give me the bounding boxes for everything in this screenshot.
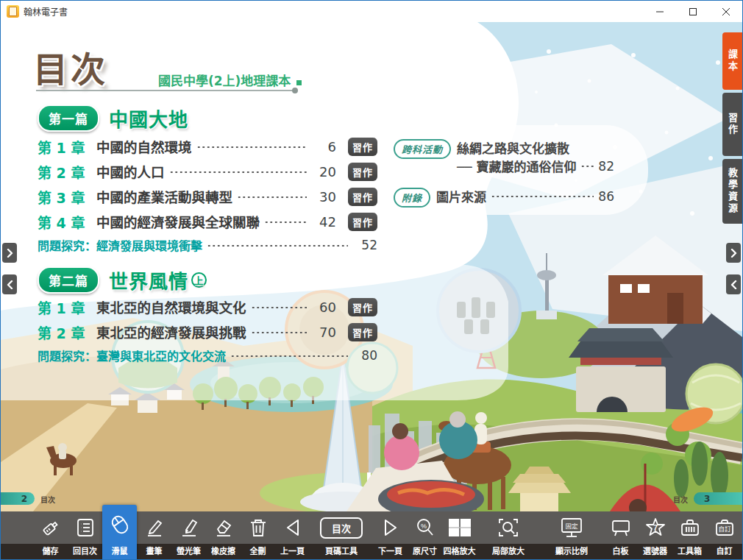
chapter-page: 42 [311,214,336,230]
partial-zoom-button[interactable]: 局部放大 [477,511,540,559]
right-panel-close-button[interactable] [726,274,741,294]
section-1-badge: 第一篇 [38,104,99,132]
chapter-label: 第 3 章 [38,187,96,207]
toc-row[interactable]: 第 2 章 東北亞的經濟發展與挑戰 70 習作 [38,319,377,344]
tab-workbook[interactable]: 習作 [722,93,742,156]
number-picker-button[interactable]: 7 選號器 [638,511,672,559]
dot-leader [196,146,307,149]
custom-box-icon: 自訂 [714,517,736,538]
close-button[interactable] [709,1,742,22]
monitor-fixed-icon: 固定 [559,517,584,539]
toc-row[interactable]: 第 2 章 中國的人口 20 習作 [38,159,377,184]
extras-column: 跨科活動 絲綢之路與文化擴散 ── 寶藏巖的通俗信仰 82 附錄 圖片來源 [394,138,614,219]
mouse-tool-button[interactable]: 滑鼠 [102,505,137,559]
appendix-entry[interactable]: 附錄 圖片來源 86 [394,187,614,208]
explore-title: 經濟發展與環境衝擊 [96,236,202,254]
chapter-title: 中國的自然環境 [96,137,192,156]
four-grid-icon [447,517,472,538]
previous-triangle-icon [283,517,302,538]
dot-leader [264,221,307,224]
toolbox-button[interactable]: 工具箱 [672,511,707,559]
page-number-box: 目次 [320,517,363,539]
display-ratio-button[interactable]: 固定 顯示比例 [540,511,603,559]
workbook-badge[interactable]: 習作 [348,188,377,206]
original-size-button[interactable]: % 原尺寸 [408,511,442,559]
explore-row[interactable]: 問題探究： 經濟發展與環境衝擊 52 [38,234,377,256]
toc-list-icon [75,517,96,538]
explore-label: 問題探究： [38,347,96,364]
toc-row[interactable]: 第 3 章 中國的產業活動與轉型 30 習作 [38,184,377,209]
cross-subject-title: 絲綢之路與文化擴散 [457,141,569,156]
left-page-label: 目次 [40,494,55,505]
chapter-title: 東北亞的自然環境與文化 [96,297,246,316]
right-panel-open-button[interactable] [726,243,741,263]
usb-save-icon [40,517,62,539]
toc-row[interactable]: 第 1 章 中國的自然環境 6 習作 [38,134,377,159]
workbook-badge[interactable]: 習作 [348,138,377,156]
appendix-badge: 附錄 [394,188,430,208]
four-grid-zoom-button[interactable]: 四格放大 [442,511,477,559]
svg-text:%: % [420,522,426,530]
minimize-icon [655,7,664,16]
minimize-button[interactable] [643,1,676,22]
bottom-toolbar: 儲存 回目次 滑鼠 畫筆 螢光筆 橡皮擦 [1,511,742,559]
whiteboard-button[interactable]: 白板 [603,511,638,559]
workbook-badge[interactable]: 習作 [348,298,377,316]
page-title: 目次 [33,41,108,92]
chevron-right-icon [730,249,737,258]
right-page-label: 目次 [673,494,688,505]
section-1-title: 中國大地 [109,104,188,132]
tab-textbook[interactable]: 課本 [722,32,742,90]
save-button[interactable]: 儲存 [33,511,68,559]
app-title: 翰林電子書 [24,5,68,18]
dot-leader [207,244,348,247]
highlighter-tool-button[interactable]: 螢光筆 [171,511,206,559]
dot-leader [169,171,307,174]
workbook-badge[interactable]: 習作 [348,323,377,341]
page-number-tool-button[interactable]: 目次 頁碼工具 [310,511,373,559]
toc-row[interactable]: 第 1 章 東北亞的自然環境與文化 60 習作 [38,294,377,319]
chapter-page: 30 [311,189,336,205]
book-spread: 目次 國民中學(2上)地理課本 第一篇 中國大地 第 1 章 中國的自然環境 6… [1,22,742,511]
cross-subject-page: 82 [598,159,614,174]
toolbox-icon [679,517,701,538]
svg-text:7: 7 [653,523,657,532]
chapter-title: 中國的經濟發展與全球關聯 [96,212,260,231]
circled-shang-mark: 上 [191,272,207,288]
explore-row[interactable]: 問題探究： 臺灣與東北亞的文化交流 80 [38,344,377,366]
chapter-label: 第 1 章 [38,137,96,157]
highlighter-icon [179,517,199,538]
back-to-toc-button[interactable]: 回目次 [68,511,102,559]
chapter-label: 第 2 章 [38,322,96,342]
workbook-badge[interactable]: 習作 [348,163,377,181]
maximize-icon [689,7,697,16]
titlebar: 翰林電子書 [1,1,742,22]
pen-tool-button[interactable]: 畫筆 [137,511,171,559]
next-page-button[interactable]: 下一頁 [373,511,408,559]
tab-teaching-resources[interactable]: 教學資源 [722,159,742,224]
left-panel-close-button[interactable] [2,274,17,294]
workbook-badge[interactable]: 習作 [348,213,377,231]
eraser-icon [213,517,234,538]
mouse-icon [109,514,131,536]
toc-row[interactable]: 第 4 章 中國的經濟發展與全球關聯 42 習作 [38,209,377,234]
explore-page: 52 [352,238,377,252]
app-logo-icon [7,5,19,18]
svg-text:自訂: 自訂 [718,525,731,533]
section-2-badge: 第二篇 [38,266,99,294]
left-panel-open-button[interactable] [2,243,17,263]
delete-all-button[interactable]: 全刪 [241,511,275,559]
maximize-button[interactable] [676,1,709,22]
chapter-page: 6 [311,139,336,155]
cross-subject-entry[interactable]: 跨科活動 絲綢之路與文化擴散 ── 寶藏巖的通俗信仰 82 [394,138,614,175]
custom-button[interactable]: 自訂 自訂 [707,511,742,559]
zoom-percent-icon: % [415,517,436,538]
chapter-page: 20 [311,164,336,180]
page-subtitle: 國民中學(2上)地理課本 [158,71,302,89]
chevron-left-icon [730,280,737,289]
left-page-pill: 2 [1,492,35,505]
previous-page-button[interactable]: 上一頁 [275,511,310,559]
eraser-tool-button[interactable]: 橡皮擦 [206,511,241,559]
header-divider [36,90,295,91]
window-controls [643,1,742,22]
